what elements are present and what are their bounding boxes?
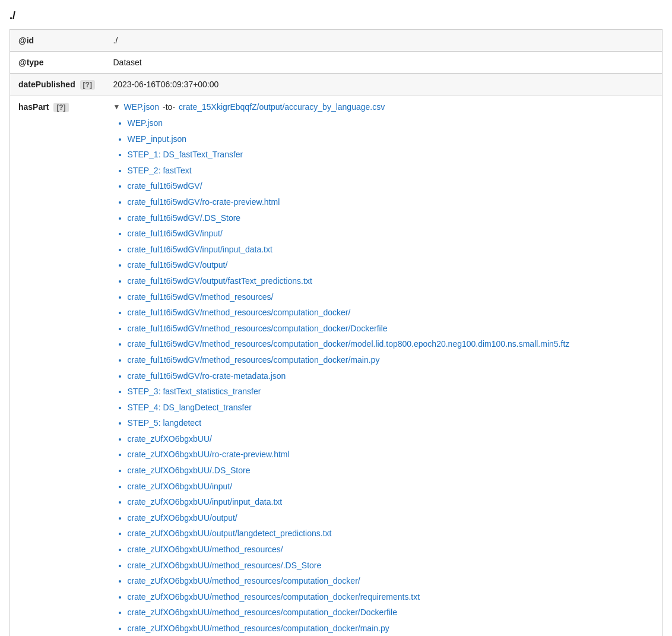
parts-list-link[interactable]: crate_zUfXO6bgxbUU/.DS_Store <box>128 466 251 475</box>
parts-list-link[interactable]: crate_zUfXO6bgxbUU/method_resources/.DS_… <box>128 561 322 570</box>
haspart-header-target[interactable]: crate_15XkigrEbqqfZ/output/accuracy_by_l… <box>179 102 385 112</box>
parts-list-link[interactable]: STEP_1: DS_fastText_Transfer <box>128 150 243 159</box>
parts-list-link[interactable]: crate_ful1t6i5wdGV/method_resources/comp… <box>128 324 388 333</box>
parts-list-link[interactable]: STEP_5: langdetect <box>128 418 202 428</box>
list-item: crate_ful1t6i5wdGV/method_resources/comp… <box>128 321 654 337</box>
parts-list-link[interactable]: crate_ful1t6i5wdGV/ro-crate-preview.html <box>128 197 280 207</box>
list-item: crate_zUfXO6bgxbUU/method_resources/.DS_… <box>128 558 654 574</box>
list-item: crate_ful1t6i5wdGV/method_resources/comp… <box>128 305 654 321</box>
parts-list-link[interactable]: STEP_4: DS_langDetect_transfer <box>128 403 252 412</box>
list-item: crate_ful1t6i5wdGV/method_resources/comp… <box>128 352 654 368</box>
list-item: crate_zUfXO6bgxbUU/.DS_Store <box>128 463 654 479</box>
list-item: STEP_5: langdetect <box>128 415 654 431</box>
parts-list-link[interactable]: crate_ful1t6i5wdGV/method_resources/comp… <box>128 308 351 317</box>
list-item: crate_ful1t6i5wdGV/ro-crate-preview.html <box>128 194 654 210</box>
list-item: crate_ful1t6i5wdGV/ <box>128 178 654 194</box>
list-item: crate_ful1t6i5wdGV/input/ <box>128 226 654 242</box>
haspart-header: ▼ WEP.json -to- crate_15XkigrEbqqfZ/outp… <box>113 102 654 112</box>
parts-list-link[interactable]: crate_ful1t6i5wdGV/method_resources/comp… <box>128 339 570 349</box>
parts-list-link[interactable]: STEP_3: fastText_statistics_transfer <box>128 387 261 396</box>
parts-list-link[interactable]: crate_ful1t6i5wdGV/ <box>128 181 202 191</box>
key-haspart: hasPart [?] <box>10 96 105 637</box>
list-item: WEP.json <box>128 115 654 131</box>
value-datepublished: 2023-06-16T06:09:37+00:00 <box>105 74 663 96</box>
parts-list-link[interactable]: crate_zUfXO6bgxbUU/method_resources/comp… <box>128 576 360 586</box>
row-datepublished: datePublished [?] 2023-06-16T06:09:37+00… <box>10 74 663 96</box>
list-item: crate_ful1t6i5wdGV/output/fastText_predi… <box>128 273 654 289</box>
parts-list-link[interactable]: crate_zUfXO6bgxbUU/method_resources/comp… <box>128 624 389 633</box>
key-datepublished: datePublished [?] <box>10 74 105 96</box>
parts-list-link[interactable]: STEP_2: fastText <box>128 166 192 175</box>
key-type: @type <box>10 52 105 74</box>
value-type: Dataset <box>105 52 663 74</box>
parts-list-link[interactable]: crate_ful1t6i5wdGV/method_resources/comp… <box>128 355 380 365</box>
metadata-table: @id ./ @type Dataset datePublished [?] 2… <box>9 29 663 636</box>
list-item: crate_zUfXO6bgxbUU/output/ <box>128 510 654 526</box>
key-id: @id <box>10 30 105 52</box>
value-haspart: ▼ WEP.json -to- crate_15XkigrEbqqfZ/outp… <box>105 96 663 637</box>
list-item: WEP_input.json <box>128 131 654 147</box>
parts-list-link[interactable]: crate_zUfXO6bgxbUU/input/ <box>128 482 233 491</box>
parts-list-link[interactable]: crate_zUfXO6bgxbUU/method_resources/comp… <box>128 607 397 617</box>
parts-list-link[interactable]: WEP.json <box>128 118 163 128</box>
list-item: crate_ful1t6i5wdGV/.DS_Store <box>128 210 654 226</box>
parts-list-link[interactable]: crate_ful1t6i5wdGV/input/ <box>128 229 223 238</box>
parts-list-link[interactable]: crate_ful1t6i5wdGV/ro-crate-metadata.jso… <box>128 371 286 381</box>
parts-list-link[interactable]: crate_ful1t6i5wdGV/input/input_data.txt <box>128 245 272 254</box>
list-item: crate_zUfXO6bgxbUU/method_resources/comp… <box>128 621 654 636</box>
haspart-badge[interactable]: [?] <box>53 103 68 112</box>
value-id: ./ <box>105 30 663 52</box>
list-item: crate_zUfXO6bgxbUU/method_resources/comp… <box>128 573 654 589</box>
list-item: crate_ful1t6i5wdGV/input/input_data.txt <box>128 242 654 258</box>
list-item: crate_zUfXO6bgxbUU/method_resources/comp… <box>128 589 654 605</box>
parts-list-link[interactable]: crate_zUfXO6bgxbUU/method_resources/ <box>128 545 283 554</box>
list-item: crate_ful1t6i5wdGV/output/ <box>128 257 654 273</box>
row-haspart: hasPart [?] ▼ WEP.json -to- crate_15Xkig… <box>10 96 663 637</box>
parts-list-link[interactable]: crate_ful1t6i5wdGV/method_resources/ <box>128 292 274 302</box>
parts-list-link[interactable]: crate_zUfXO6bgxbUU/output/langdetect_pre… <box>128 529 332 538</box>
parts-list-link[interactable]: crate_zUfXO6bgxbUU/ <box>128 434 212 444</box>
parts-list-link[interactable]: crate_zUfXO6bgxbUU/input/input_data.txt <box>128 497 283 507</box>
parts-list: WEP.jsonWEP_input.jsonSTEP_1: DS_fastTex… <box>113 115 654 636</box>
list-item: STEP_3: fastText_statistics_transfer <box>128 384 654 400</box>
row-type: @type Dataset <box>10 52 663 74</box>
parts-list-link[interactable]: WEP_input.json <box>128 134 187 144</box>
list-item: STEP_4: DS_langDetect_transfer <box>128 400 654 416</box>
list-item: crate_zUfXO6bgxbUU/ <box>128 431 654 447</box>
list-item: crate_zUfXO6bgxbUU/method_resources/ <box>128 542 654 558</box>
list-item: crate_ful1t6i5wdGV/method_resources/ <box>128 289 654 305</box>
list-item: crate_zUfXO6bgxbUU/output/langdetect_pre… <box>128 526 654 542</box>
list-item: STEP_2: fastText <box>128 163 654 179</box>
parts-list-link[interactable]: crate_zUfXO6bgxbUU/method_resources/comp… <box>128 592 420 602</box>
parts-list-link[interactable]: crate_zUfXO6bgxbUU/ro-crate-preview.html <box>128 450 290 459</box>
list-item: crate_zUfXO6bgxbUU/input/input_data.txt <box>128 494 654 510</box>
parts-list-link[interactable]: crate_ful1t6i5wdGV/output/fastText_predi… <box>128 276 312 286</box>
list-item: crate_ful1t6i5wdGV/ro-crate-metadata.jso… <box>128 368 654 384</box>
haspart-header-separator: -to- <box>163 102 175 112</box>
expand-triangle[interactable]: ▼ <box>113 103 121 111</box>
haspart-header-link[interactable]: WEP.json <box>123 102 159 112</box>
list-item: crate_zUfXO6bgxbUU/method_resources/comp… <box>128 605 654 621</box>
parts-list-link[interactable]: crate_ful1t6i5wdGV/.DS_Store <box>128 213 241 223</box>
list-item: crate_zUfXO6bgxbUU/ro-crate-preview.html <box>128 447 654 463</box>
page-title: ./ <box>9 10 663 22</box>
list-item: crate_ful1t6i5wdGV/method_resources/comp… <box>128 336 654 352</box>
row-id: @id ./ <box>10 30 663 52</box>
parts-list-link[interactable]: crate_ful1t6i5wdGV/output/ <box>128 260 228 270</box>
list-item: STEP_1: DS_fastText_Transfer <box>128 147 654 163</box>
parts-list-link[interactable]: crate_zUfXO6bgxbUU/output/ <box>128 513 237 523</box>
list-item: crate_zUfXO6bgxbUU/input/ <box>128 479 654 495</box>
datepublished-badge[interactable]: [?] <box>80 80 95 90</box>
